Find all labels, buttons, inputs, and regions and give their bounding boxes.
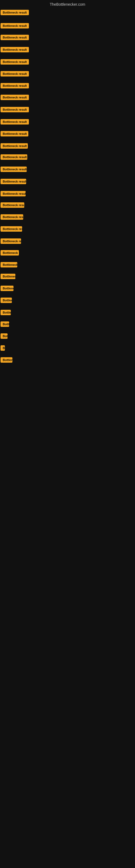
badge-label: Bottleneck result (1, 71, 29, 76)
badge-label: Bottleneck result (1, 191, 26, 196)
badge-label: Bottleneck result (1, 357, 12, 363)
badge-label: Bottleneck result (1, 59, 29, 65)
bottleneck-result-badge: Bottleneck result (1, 131, 28, 137)
badge-label: Bottleneck result (1, 214, 23, 220)
badge-label: Bottleneck result (1, 286, 13, 291)
bottleneck-result-badge: Bottleneck result (1, 143, 28, 150)
badge-label: Bottleneck result (1, 119, 29, 124)
bottleneck-result-badge: Bottleneck result (1, 107, 29, 113)
bottleneck-result-badge: Bottleneck result (1, 71, 29, 78)
badge-label: Bottleneck result (1, 239, 21, 244)
bottleneck-result-badge: Bottleneck result (1, 239, 21, 245)
badge-label: Bottleneck result (1, 345, 5, 351)
bottleneck-result-badge: Bottleneck result (1, 23, 29, 30)
bottleneck-result-badge: Bottleneck result (1, 345, 5, 352)
bottleneck-result-badge: Bottleneck result (1, 250, 19, 257)
bottleneck-result-badge: Bottleneck result (1, 95, 29, 101)
bottleneck-result-badge: Bottleneck result (1, 35, 29, 41)
badge-label: Bottleneck result (1, 35, 29, 40)
badge-label: Bottleneck result (1, 274, 15, 279)
badge-label: Bottleneck result (1, 298, 12, 303)
bottleneck-result-badge: Bottleneck result (1, 262, 17, 269)
badge-label: Bottleneck result (1, 179, 26, 184)
bottleneck-result-badge: Bottleneck result (1, 191, 26, 197)
badge-label: Bottleneck result (1, 23, 29, 29)
site-title: TheBottlenecker.com (0, 0, 135, 8)
badge-label: Bottleneck result (1, 203, 24, 208)
bottleneck-result-badge: Bottleneck result (1, 166, 27, 173)
badge-label: Bottleneck result (1, 321, 9, 327)
bottleneck-result-badge: Bottleneck result (1, 10, 29, 16)
badge-label: Bottleneck result (1, 10, 29, 15)
bottleneck-result-badge: Bottleneck result (1, 203, 24, 209)
badge-label: Bottleneck result (1, 166, 27, 172)
badge-label: Bottleneck result (1, 83, 29, 88)
bottleneck-result-badge: Bottleneck result (1, 214, 23, 221)
bottleneck-result-badge: Bottleneck result (1, 298, 12, 304)
bottleneck-result-badge: Bottleneck result (1, 357, 12, 364)
badge-label: Bottleneck result (1, 226, 22, 231)
badge-label: Bottleneck result (1, 154, 27, 160)
badge-label: Bottleneck result (1, 333, 8, 339)
bottleneck-result-badge: Bottleneck result (1, 321, 9, 328)
badge-label: Bottleneck result (1, 47, 29, 52)
bottleneck-result-badge: Bottleneck result (1, 59, 29, 66)
bottleneck-result-badge: Bottleneck result (1, 47, 29, 54)
bottleneck-result-badge: Bottleneck result (1, 179, 26, 185)
bottleneck-result-badge: Bottleneck result (1, 226, 22, 233)
badge-label: Bottleneck result (1, 310, 11, 315)
badge-label: Bottleneck result (1, 262, 17, 268)
bottleneck-result-badge: Bottleneck result (1, 119, 29, 126)
badge-label: Bottleneck result (1, 95, 29, 100)
bottleneck-result-badge: Bottleneck result (1, 310, 11, 316)
bottleneck-result-badge: Bottleneck result (1, 286, 13, 292)
badge-label: Bottleneck result (1, 250, 19, 255)
bottleneck-result-badge: Bottleneck result (1, 154, 27, 161)
badge-label: Bottleneck result (1, 107, 29, 112)
badge-label: Bottleneck result (1, 131, 28, 136)
bottleneck-result-badge: Bottleneck result (1, 274, 15, 280)
badge-label: Bottleneck result (1, 143, 28, 149)
bottleneck-result-badge: Bottleneck result (1, 333, 8, 340)
bottleneck-result-badge: Bottleneck result (1, 83, 29, 90)
